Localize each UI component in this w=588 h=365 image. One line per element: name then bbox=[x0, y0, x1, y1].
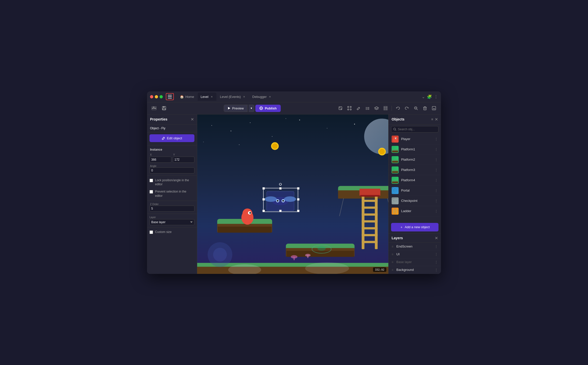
svg-rect-95 bbox=[279, 187, 281, 190]
player-menu[interactable]: ⋮ bbox=[434, 137, 438, 141]
tab-debugger[interactable]: Debugger ✕ bbox=[249, 93, 275, 101]
layer-item-endscreen[interactable]: ≡ EndScreen ⋮ bbox=[389, 243, 441, 251]
preview-button[interactable]: Preview bbox=[224, 105, 247, 112]
svg-point-43 bbox=[250, 122, 250, 123]
svg-point-103 bbox=[213, 248, 227, 261]
minimize-traffic-light[interactable] bbox=[155, 95, 158, 98]
list-item[interactable]: Platform2 ⋮ bbox=[389, 155, 441, 165]
platform4-name: Platform4 bbox=[401, 178, 432, 182]
canvas-edit-button[interactable] bbox=[430, 104, 438, 112]
list-item[interactable]: Platform3 ⋮ bbox=[389, 165, 441, 175]
objects-search-input[interactable] bbox=[398, 128, 436, 131]
svg-rect-67 bbox=[362, 220, 378, 222]
svg-marker-6 bbox=[228, 107, 230, 109]
objects-close-button[interactable]: ✕ bbox=[435, 117, 438, 122]
grid-icon-button[interactable] bbox=[382, 104, 390, 112]
svg-point-112 bbox=[394, 128, 396, 130]
svg-point-85 bbox=[284, 196, 296, 202]
bullet-list-icon-button[interactable] bbox=[363, 104, 372, 112]
tab-home[interactable]: 🏠 Home bbox=[177, 93, 197, 101]
drag-handle-icon: ≡ bbox=[392, 268, 393, 272]
base-layer-menu[interactable]: ⋮ bbox=[434, 260, 438, 264]
save-icon-button[interactable] bbox=[160, 104, 168, 112]
svg-rect-125 bbox=[392, 181, 398, 183]
tab-level-events[interactable]: Level (Events) ✕ bbox=[217, 93, 249, 101]
portal-icon bbox=[392, 187, 399, 194]
layout-icon-button[interactable] bbox=[150, 104, 158, 112]
endscreen-layer-menu[interactable]: ⋮ bbox=[434, 245, 438, 249]
tab-level-close[interactable]: ✕ bbox=[210, 95, 213, 98]
svg-rect-0 bbox=[152, 106, 154, 108]
delete-button[interactable] bbox=[421, 104, 429, 112]
svg-rect-77 bbox=[197, 267, 388, 274]
tab-level[interactable]: Level ✕ bbox=[198, 93, 216, 101]
lock-position-checkbox[interactable] bbox=[150, 179, 153, 182]
edit-object-button[interactable]: Edit object bbox=[150, 134, 194, 142]
layers-close-button[interactable]: ✕ bbox=[435, 236, 438, 240]
svg-rect-38 bbox=[432, 106, 436, 110]
canvas-icon bbox=[432, 106, 436, 110]
maximize-traffic-light[interactable] bbox=[160, 95, 163, 98]
svg-point-20 bbox=[366, 109, 367, 110]
svg-rect-93 bbox=[263, 210, 265, 212]
svg-rect-4 bbox=[163, 106, 165, 108]
canvas-area[interactable]: 332;-92 bbox=[197, 114, 388, 274]
background-layer-menu[interactable]: ⋮ bbox=[434, 268, 438, 272]
chevron-down-icon[interactable]: ⌄ bbox=[422, 94, 425, 99]
svg-point-14 bbox=[350, 106, 351, 108]
portal-menu[interactable]: ⋮ bbox=[434, 189, 438, 193]
tab-debugger-close[interactable]: ✕ bbox=[268, 95, 272, 98]
svg-rect-97 bbox=[263, 198, 265, 200]
undo-button[interactable] bbox=[394, 104, 402, 112]
list-item[interactable]: Ladder ⋮ bbox=[389, 206, 441, 216]
y-input[interactable] bbox=[173, 157, 195, 163]
layer-item-background[interactable]: ≡ Background ⋮ bbox=[389, 266, 441, 274]
list-item[interactable]: Portal ⋮ bbox=[389, 186, 441, 196]
svg-point-117 bbox=[396, 138, 397, 139]
x-input[interactable] bbox=[150, 157, 171, 163]
objects-grid-icon-button[interactable] bbox=[345, 104, 353, 112]
list-item[interactable]: Player ⋮ bbox=[389, 134, 441, 144]
prevent-selection-checkbox[interactable] bbox=[150, 190, 153, 194]
layers-icon-button[interactable] bbox=[373, 104, 381, 112]
hamburger-menu-button[interactable] bbox=[166, 93, 174, 100]
3d-icon-button[interactable] bbox=[336, 104, 344, 112]
platform1-menu[interactable]: ⋮ bbox=[434, 147, 438, 151]
custom-size-checkbox[interactable] bbox=[150, 230, 153, 234]
platform2-menu[interactable]: ⋮ bbox=[434, 158, 438, 162]
base-layer-name: Base layer bbox=[396, 260, 432, 264]
add-object-button[interactable]: ＋ Add a new object bbox=[391, 223, 438, 231]
zoom-out-button[interactable] bbox=[412, 104, 420, 112]
list-item[interactable]: Platform4 ⋮ bbox=[389, 175, 441, 186]
publish-button[interactable]: Publish bbox=[255, 105, 281, 112]
objects-filter-icon[interactable]: ≡ bbox=[431, 117, 433, 121]
puzzle-icon[interactable]: 🧩 bbox=[427, 94, 432, 99]
more-options-icon[interactable]: ⋮ bbox=[434, 94, 438, 99]
tabs-container: 🏠 Home Level ✕ Level (Events) ✕ Debugger… bbox=[177, 93, 420, 101]
close-traffic-light[interactable] bbox=[150, 95, 153, 98]
preview-dropdown-button[interactable]: ▾ bbox=[249, 105, 254, 112]
platform4-menu[interactable]: ⋮ bbox=[434, 178, 438, 182]
objects-panel: Objects ≡ ✕ bbox=[389, 114, 441, 233]
layer-item-base[interactable]: ≡ Base layer ⋮ bbox=[389, 258, 441, 266]
pencil-icon bbox=[356, 106, 360, 110]
layer-item-ui[interactable]: ≡ UI ⋮ bbox=[389, 251, 441, 258]
svg-rect-70 bbox=[362, 241, 378, 243]
list-item[interactable]: Platform1 ⋮ bbox=[389, 144, 441, 155]
redo-button[interactable] bbox=[403, 104, 411, 112]
properties-panel: Properties ✕ Object - Fly Edit object In… bbox=[147, 114, 197, 274]
tab-level-events-close[interactable]: ✕ bbox=[242, 95, 246, 98]
properties-close-button[interactable]: ✕ bbox=[191, 117, 194, 122]
z-order-input[interactable] bbox=[150, 206, 194, 212]
ladder-menu[interactable]: ⋮ bbox=[434, 209, 438, 213]
game-scene bbox=[197, 114, 388, 274]
svg-rect-5 bbox=[163, 108, 165, 110]
list-item[interactable]: Checkpoint ⋮ bbox=[389, 196, 441, 206]
layer-select[interactable]: Base layer bbox=[150, 219, 194, 225]
checkpoint-menu[interactable]: ⋮ bbox=[434, 199, 438, 203]
ui-layer-menu[interactable]: ⋮ bbox=[434, 252, 438, 256]
angle-input[interactable] bbox=[150, 167, 194, 173]
edit-icon-button[interactable] bbox=[354, 104, 362, 112]
edit-button-label: Edit object bbox=[167, 136, 182, 140]
platform3-menu[interactable]: ⋮ bbox=[434, 168, 438, 172]
